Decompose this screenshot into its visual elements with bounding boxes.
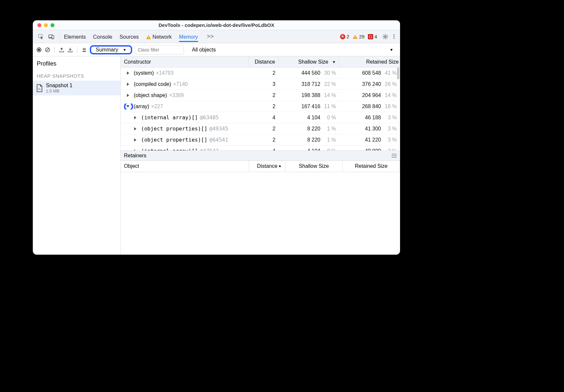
gear-icon[interactable] bbox=[382, 34, 388, 40]
cell-shallow: 198 38814 % bbox=[279, 92, 339, 98]
inspect-icon[interactable] bbox=[38, 34, 44, 40]
svg-rect-7 bbox=[355, 37, 355, 38]
col-constructor[interactable]: Constructor bbox=[121, 56, 249, 67]
cell-retained: 376 24026 % bbox=[339, 81, 400, 87]
kebab-icon[interactable] bbox=[391, 34, 397, 40]
table-row[interactable]: (compiled code) ×71403318 71222 %376 240… bbox=[121, 79, 400, 90]
col-retained-label: Retained Size bbox=[366, 59, 399, 65]
retainers-body bbox=[121, 172, 400, 255]
table-row[interactable]: (system) ×147932444 56030 %608 54841 % bbox=[121, 68, 400, 79]
expand-toggle[interactable] bbox=[124, 105, 132, 108]
snapshot-item[interactable]: % Snapshot 1 1.5 MB bbox=[33, 81, 120, 95]
class-filter-input[interactable] bbox=[135, 45, 184, 54]
tab-sources[interactable]: Sources bbox=[119, 31, 139, 42]
garbage-collect-button[interactable] bbox=[81, 47, 87, 53]
cell-distance: 2 bbox=[249, 137, 279, 143]
tab-elements[interactable]: Elements bbox=[64, 31, 86, 42]
object-id: @47543 bbox=[200, 148, 219, 150]
console-badges[interactable]: ✕ 2 29 ▢ 4 bbox=[340, 34, 377, 39]
cell-shallow: 444 56030 % bbox=[279, 70, 339, 76]
retainers-col-distance[interactable]: Distance▼ bbox=[249, 161, 285, 172]
retainers-col-object[interactable]: Object bbox=[121, 161, 249, 172]
warning-count: 29 bbox=[359, 34, 365, 39]
view-select-label: Summary bbox=[96, 47, 118, 53]
error-badge[interactable]: ✕ 2 bbox=[340, 34, 349, 39]
table-row[interactable]: (object properties)[] @6454128 2201 %41 … bbox=[121, 134, 400, 146]
grid-header: Constructor Distance Shallow Size ▼ Reta… bbox=[121, 56, 400, 68]
chevron-right-icon bbox=[134, 149, 136, 150]
scrollbar-thumb[interactable] bbox=[397, 68, 399, 79]
cell-distance: 2 bbox=[249, 104, 279, 109]
row-label: (object properties)[] bbox=[141, 137, 207, 143]
col-shallow-size[interactable]: Shallow Size ▼ bbox=[279, 56, 339, 67]
table-row[interactable]: (internal array)[] @4754344 1040 %40 800… bbox=[121, 146, 400, 150]
retainers-col-shallow[interactable]: Shallow Size bbox=[285, 161, 343, 172]
issues-badge[interactable]: ▢ 4 bbox=[368, 34, 377, 39]
svg-line-13 bbox=[383, 35, 384, 35]
record-button[interactable] bbox=[36, 47, 42, 53]
expand-toggle[interactable] bbox=[131, 116, 139, 119]
svg-line-15 bbox=[387, 35, 387, 35]
view-select[interactable]: Summary ▼ bbox=[90, 45, 132, 54]
error-count: 2 bbox=[347, 34, 349, 39]
snapshot-size: 1.5 MB bbox=[46, 88, 72, 93]
expand-toggle[interactable] bbox=[131, 127, 139, 130]
retainers-header: Retainers bbox=[121, 150, 400, 161]
cell-shallow: 167 41611 % bbox=[279, 104, 339, 109]
cell-shallow: 4 1040 % bbox=[279, 148, 339, 150]
expand-toggle[interactable] bbox=[131, 149, 139, 150]
cell-retained: 46 1883 % bbox=[339, 115, 400, 121]
cell-shallow: 8 2201 % bbox=[279, 126, 339, 132]
chevron-right-icon bbox=[134, 116, 136, 119]
table-row[interactable]: (object properties)[] @4934528 2201 %41 … bbox=[121, 123, 400, 134]
tab-console[interactable]: Console bbox=[93, 31, 112, 42]
expand-toggle[interactable] bbox=[124, 71, 132, 75]
tab-memory[interactable]: Memory bbox=[179, 31, 198, 42]
row-label: (internal array)[] bbox=[141, 114, 198, 121]
device-mode-icon[interactable] bbox=[49, 34, 54, 40]
cell-distance: 3 bbox=[249, 81, 279, 87]
chevron-right-icon bbox=[127, 71, 129, 75]
svg-text:%: % bbox=[38, 88, 41, 91]
save-profile-button[interactable] bbox=[67, 47, 73, 53]
chevron-down-icon: ▼ bbox=[123, 48, 126, 52]
cell-distance: 2 bbox=[249, 126, 279, 132]
chevron-right-icon bbox=[127, 83, 129, 86]
more-tabs-button[interactable]: >> bbox=[207, 33, 214, 40]
col-retained-size[interactable]: Retained Size bbox=[339, 56, 400, 67]
cell-distance: 2 bbox=[249, 92, 279, 98]
cell-retained: 204 96414 % bbox=[339, 92, 400, 98]
warning-badge[interactable]: 29 bbox=[352, 34, 365, 39]
col-distance[interactable]: Distance bbox=[249, 56, 279, 67]
retainers-col-retained[interactable]: Retained Size bbox=[343, 161, 400, 172]
row-label: (internal array)[] bbox=[141, 148, 198, 150]
warning-icon bbox=[352, 34, 358, 39]
row-count: ×14793 bbox=[156, 70, 173, 76]
chevron-down-icon[interactable]: ▼ bbox=[390, 48, 393, 52]
load-profile-button[interactable] bbox=[59, 47, 65, 53]
cell-retained: 41 3003 % bbox=[339, 126, 400, 132]
row-label: (system) bbox=[134, 70, 154, 76]
close-icon[interactable] bbox=[37, 23, 41, 27]
table-row[interactable]: (internal array)[] @6348544 1040 %46 188… bbox=[121, 112, 400, 123]
sort-asc-icon: ▼ bbox=[278, 164, 282, 168]
title-path: codepen.io/web-dot-dev/live/PoLdbOX bbox=[185, 22, 274, 28]
grid-body[interactable]: (system) ×147932444 56030 %608 54841 %(c… bbox=[121, 68, 400, 150]
object-filter-select[interactable]: All objects bbox=[192, 47, 216, 53]
tab-network[interactable]: Network bbox=[146, 31, 172, 42]
svg-point-8 bbox=[384, 36, 386, 37]
table-row[interactable]: (array) ×2272167 41611 %268 84018 % bbox=[121, 101, 400, 112]
expand-toggle[interactable] bbox=[124, 94, 132, 97]
minimize-icon[interactable] bbox=[44, 23, 48, 27]
expand-toggle[interactable] bbox=[131, 138, 139, 142]
sort-desc-icon: ▼ bbox=[332, 60, 336, 64]
devtools-window: DevTools - codepen.io/web-dot-dev/live/P… bbox=[33, 20, 400, 255]
expand-toggle[interactable] bbox=[124, 83, 132, 86]
clear-button[interactable] bbox=[45, 47, 50, 53]
table-row[interactable]: (object shape) ×33892198 38814 %204 9641… bbox=[121, 90, 400, 101]
row-label: (compiled code) bbox=[134, 81, 171, 87]
cell-shallow: 8 2201 % bbox=[279, 137, 339, 143]
zoom-icon[interactable] bbox=[50, 23, 54, 27]
main-tabbar: Elements Console Sources Network Memory … bbox=[33, 30, 400, 43]
menu-icon[interactable] bbox=[392, 154, 397, 158]
